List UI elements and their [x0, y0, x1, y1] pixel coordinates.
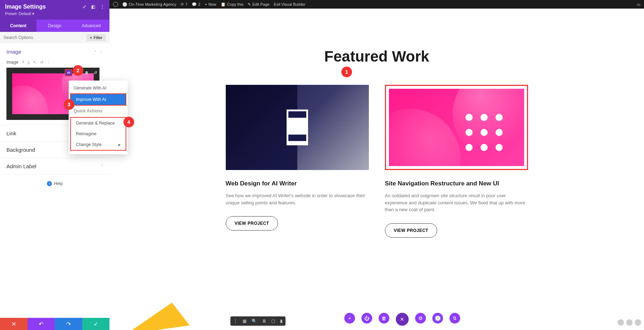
wp-admin-bar: ⚪ On-Time Marketing Agency ⟳ 7 💬 2 + New… [109, 0, 644, 9]
close-pill[interactable]: ✕ [396, 313, 409, 326]
main-canvas: Featured Work Web Design for AI Writer S… [109, 9, 644, 330]
more-icon[interactable]: ⋮ [100, 4, 104, 9]
ai-change-style[interactable]: Change Style▸ [71, 139, 126, 150]
help-circle-icon: ? [47, 181, 52, 186]
card-2-desc: An outdated and outgrown site structure … [385, 192, 528, 213]
callout-1: 1 [341, 67, 352, 77]
chevron-up-icon: ˄ [94, 50, 96, 54]
br-circle-3[interactable] [635, 319, 641, 326]
exit-visual-builder[interactable]: Exit Visual Builder [274, 2, 305, 6]
undo-button[interactable]: ↶ [28, 318, 55, 330]
history-pill[interactable]: 🕓 [432, 313, 443, 324]
view-toolbar: ⋮ ▦ 🔍 🖥 ▢ ▮ [230, 316, 286, 326]
section-image-title: Image [6, 49, 21, 55]
save-button[interactable]: ✓ [82, 318, 110, 330]
section-more-icon[interactable]: ⋮ [99, 50, 103, 54]
card-1-button[interactable]: VIEW PROJECT [226, 216, 278, 230]
comments-count[interactable]: 💬 2 [192, 2, 200, 7]
page-heading: Featured Work [109, 48, 644, 65]
chevron-down-icon: ˅ [101, 164, 103, 168]
copy-this[interactable]: 📋 Copy this [221, 2, 244, 7]
card-1-title: Web Design for AI Writer [226, 180, 369, 187]
ai-improve[interactable]: Improve With AI [71, 94, 126, 105]
tab-advanced[interactable]: Advanced [73, 20, 109, 32]
site-name-text: On-Time Marketing Agency [129, 2, 176, 6]
br-circle-2[interactable] [626, 319, 633, 326]
tab-design[interactable]: Design [36, 20, 73, 32]
ai-reimagine[interactable]: Reimagine [71, 128, 126, 139]
card-2-title: Site Navigation Restructure and New UI [385, 180, 528, 187]
project-card-1: Web Design for AI Writer See how we impr… [226, 85, 369, 238]
bottom-right-circles [618, 319, 641, 326]
ai-button[interactable]: AI [65, 69, 72, 76]
panel-footer: ✕ ↶ ↷ ✓ [0, 318, 109, 330]
callout-2: 2 [73, 65, 83, 76]
undo-icon[interactable]: ↺ [92, 70, 98, 76]
panel-title: Image Settings [5, 4, 46, 10]
callout-4: 4 [123, 117, 134, 127]
decorative-triangle [122, 301, 190, 330]
updates-count[interactable]: ⟳ 7 [181, 2, 187, 7]
add-pill[interactable]: + [344, 313, 355, 324]
br-circle-1[interactable] [618, 319, 624, 326]
tb-wireframe-icon[interactable]: ▦ [243, 319, 247, 324]
tb-more-icon[interactable]: ⋮ [233, 319, 238, 324]
edit-page[interactable]: ✎ Edit Page [248, 2, 269, 7]
ai-dropdown: Generate With AI Improve With AI Quick A… [69, 81, 128, 154]
card-1-image[interactable] [226, 85, 369, 170]
section-admin-label[interactable]: Admin Label˅ [0, 158, 109, 174]
callout-3: 3 [64, 99, 74, 110]
power-pill[interactable]: ⏻ [361, 313, 372, 324]
ai-generate-replace[interactable]: Generate & Replace [71, 118, 126, 128]
help-link[interactable]: ?Help [0, 175, 109, 193]
wp-logo[interactable] [113, 2, 118, 7]
mobile-icon[interactable]: ▯ [28, 60, 30, 65]
redo-button[interactable]: ↷ [55, 318, 82, 330]
section-image-header[interactable]: Image ˄ ⋮ [0, 43, 109, 60]
field-more-icon[interactable]: ⋮ [47, 60, 51, 65]
snap-icon[interactable]: ◧ [91, 4, 95, 9]
reset-icon[interactable]: ↺ [40, 60, 43, 65]
ai-generate[interactable]: Generate With AI [69, 83, 128, 93]
cancel-button[interactable]: ✕ [0, 318, 28, 330]
site-name[interactable]: ⚪ On-Time Marketing Agency [122, 2, 176, 7]
tb-desktop-icon[interactable]: 🖥 [262, 319, 266, 324]
bottom-action-bar: + ⏻ 🗑 ✕ ⚙ 🕓 ⇅ [344, 313, 460, 326]
expand-icon[interactable]: ⤢ [83, 4, 86, 9]
image-label: Image [6, 60, 18, 65]
new-button[interactable]: + New [205, 2, 216, 6]
tb-zoom-icon[interactable]: 🔍 [252, 319, 257, 324]
preset-label[interactable]: Preset: Default ▾ [5, 11, 104, 16]
filter-button[interactable]: + Filter [86, 34, 106, 41]
settings-panel: Image Settings ⤢ ◧ ⋮ Preset: Default ▾ C… [0, 0, 109, 330]
search-row: + Filter [0, 32, 109, 43]
tb-tablet-icon[interactable]: ▢ [271, 319, 275, 324]
hover-icon[interactable]: ↖ [33, 60, 36, 65]
card-2-image[interactable] [385, 85, 528, 170]
tb-phone-icon[interactable]: ▮ [280, 319, 283, 324]
avatar-icon[interactable]: ▭ [637, 2, 640, 7]
panel-tabs: Content Design Advanced [0, 20, 109, 32]
tab-content[interactable]: Content [0, 20, 36, 32]
panel-header: Image Settings ⤢ ◧ ⋮ Preset: Default ▾ [0, 0, 109, 20]
search-input[interactable] [4, 35, 86, 40]
card-2-button[interactable]: VIEW PROJECT [385, 223, 438, 238]
card-1-desc: See how we improved AI Writer's website … [226, 192, 369, 206]
chevron-right-icon: ▸ [118, 142, 121, 147]
ai-quick-actions-header: Quick Actions [69, 106, 128, 116]
delete-icon[interactable]: 🗑 [84, 70, 89, 76]
sort-pill[interactable]: ⇅ [449, 313, 460, 324]
admin-bar-right: ▭ [637, 2, 640, 7]
project-card-2: Site Navigation Restructure and New UI A… [385, 85, 528, 238]
settings-pill[interactable]: ⚙ [415, 313, 426, 324]
help-icon[interactable]: ? [22, 60, 24, 64]
trash-pill[interactable]: 🗑 [379, 313, 389, 324]
